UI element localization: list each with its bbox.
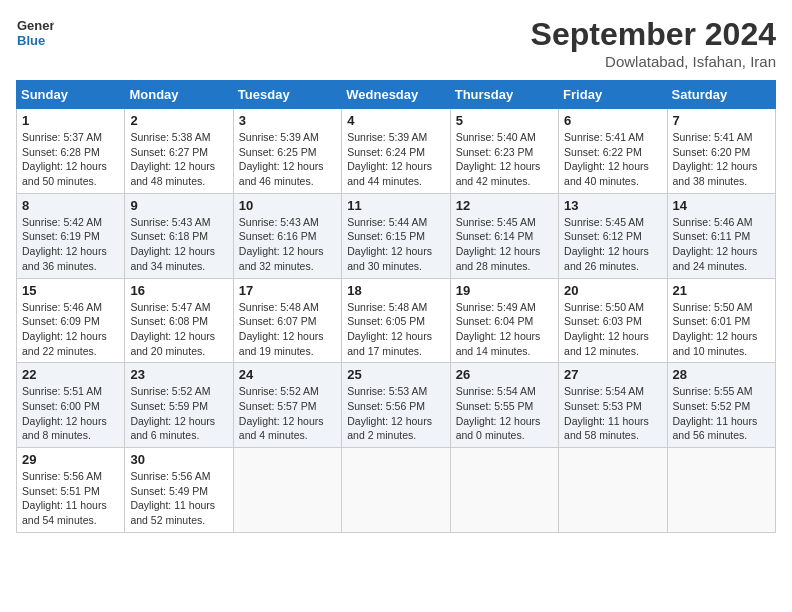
day-number: 19: [456, 283, 553, 298]
day-number: 12: [456, 198, 553, 213]
logo: General Blue: [16, 16, 60, 54]
day-number: 5: [456, 113, 553, 128]
day-info: Sunrise: 5:41 AM Sunset: 6:20 PM Dayligh…: [673, 130, 770, 189]
calendar-table: SundayMondayTuesdayWednesdayThursdayFrid…: [16, 80, 776, 533]
svg-text:General: General: [17, 18, 54, 33]
day-info: Sunrise: 5:44 AM Sunset: 6:15 PM Dayligh…: [347, 215, 444, 274]
day-number: 28: [673, 367, 770, 382]
calendar-cell: 12Sunrise: 5:45 AM Sunset: 6:14 PM Dayli…: [450, 193, 558, 278]
day-number: 10: [239, 198, 336, 213]
calendar-cell: 2Sunrise: 5:38 AM Sunset: 6:27 PM Daylig…: [125, 109, 233, 194]
calendar-cell: 25Sunrise: 5:53 AM Sunset: 5:56 PM Dayli…: [342, 363, 450, 448]
week-row-5: 29Sunrise: 5:56 AM Sunset: 5:51 PM Dayli…: [17, 448, 776, 533]
day-number: 30: [130, 452, 227, 467]
calendar-cell: 5Sunrise: 5:40 AM Sunset: 6:23 PM Daylig…: [450, 109, 558, 194]
day-number: 15: [22, 283, 119, 298]
day-info: Sunrise: 5:43 AM Sunset: 6:18 PM Dayligh…: [130, 215, 227, 274]
logo: General Blue: [16, 16, 60, 54]
calendar-cell: [342, 448, 450, 533]
day-info: Sunrise: 5:37 AM Sunset: 6:28 PM Dayligh…: [22, 130, 119, 189]
calendar-cell: 10Sunrise: 5:43 AM Sunset: 6:16 PM Dayli…: [233, 193, 341, 278]
day-info: Sunrise: 5:39 AM Sunset: 6:24 PM Dayligh…: [347, 130, 444, 189]
calendar-cell: 6Sunrise: 5:41 AM Sunset: 6:22 PM Daylig…: [559, 109, 667, 194]
day-number: 1: [22, 113, 119, 128]
day-info: Sunrise: 5:50 AM Sunset: 6:01 PM Dayligh…: [673, 300, 770, 359]
day-number: 7: [673, 113, 770, 128]
day-info: Sunrise: 5:55 AM Sunset: 5:52 PM Dayligh…: [673, 384, 770, 443]
day-info: Sunrise: 5:40 AM Sunset: 6:23 PM Dayligh…: [456, 130, 553, 189]
weekday-header-friday: Friday: [559, 81, 667, 109]
calendar-cell: 9Sunrise: 5:43 AM Sunset: 6:18 PM Daylig…: [125, 193, 233, 278]
svg-text:Blue: Blue: [17, 33, 45, 48]
week-row-3: 15Sunrise: 5:46 AM Sunset: 6:09 PM Dayli…: [17, 278, 776, 363]
day-number: 13: [564, 198, 661, 213]
weekday-header-saturday: Saturday: [667, 81, 775, 109]
calendar-cell: [450, 448, 558, 533]
day-number: 2: [130, 113, 227, 128]
day-number: 9: [130, 198, 227, 213]
day-info: Sunrise: 5:51 AM Sunset: 6:00 PM Dayligh…: [22, 384, 119, 443]
logo-graphic-icon: General Blue: [16, 16, 54, 50]
day-number: 25: [347, 367, 444, 382]
calendar-cell: 24Sunrise: 5:52 AM Sunset: 5:57 PM Dayli…: [233, 363, 341, 448]
calendar-cell: 15Sunrise: 5:46 AM Sunset: 6:09 PM Dayli…: [17, 278, 125, 363]
day-info: Sunrise: 5:48 AM Sunset: 6:07 PM Dayligh…: [239, 300, 336, 359]
calendar-cell: 22Sunrise: 5:51 AM Sunset: 6:00 PM Dayli…: [17, 363, 125, 448]
day-info: Sunrise: 5:46 AM Sunset: 6:09 PM Dayligh…: [22, 300, 119, 359]
week-row-4: 22Sunrise: 5:51 AM Sunset: 6:00 PM Dayli…: [17, 363, 776, 448]
calendar-cell: 13Sunrise: 5:45 AM Sunset: 6:12 PM Dayli…: [559, 193, 667, 278]
day-info: Sunrise: 5:41 AM Sunset: 6:22 PM Dayligh…: [564, 130, 661, 189]
calendar-cell: 19Sunrise: 5:49 AM Sunset: 6:04 PM Dayli…: [450, 278, 558, 363]
calendar-cell: 16Sunrise: 5:47 AM Sunset: 6:08 PM Dayli…: [125, 278, 233, 363]
day-number: 24: [239, 367, 336, 382]
calendar-cell: 7Sunrise: 5:41 AM Sunset: 6:20 PM Daylig…: [667, 109, 775, 194]
day-number: 27: [564, 367, 661, 382]
day-info: Sunrise: 5:47 AM Sunset: 6:08 PM Dayligh…: [130, 300, 227, 359]
day-number: 8: [22, 198, 119, 213]
day-info: Sunrise: 5:54 AM Sunset: 5:53 PM Dayligh…: [564, 384, 661, 443]
month-title: September 2024: [531, 16, 776, 53]
day-number: 11: [347, 198, 444, 213]
day-number: 6: [564, 113, 661, 128]
weekday-header-sunday: Sunday: [17, 81, 125, 109]
calendar-cell: 28Sunrise: 5:55 AM Sunset: 5:52 PM Dayli…: [667, 363, 775, 448]
day-number: 22: [22, 367, 119, 382]
day-info: Sunrise: 5:45 AM Sunset: 6:14 PM Dayligh…: [456, 215, 553, 274]
calendar-cell: 8Sunrise: 5:42 AM Sunset: 6:19 PM Daylig…: [17, 193, 125, 278]
day-info: Sunrise: 5:52 AM Sunset: 5:57 PM Dayligh…: [239, 384, 336, 443]
weekday-header-row: SundayMondayTuesdayWednesdayThursdayFrid…: [17, 81, 776, 109]
calendar-cell: 23Sunrise: 5:52 AM Sunset: 5:59 PM Dayli…: [125, 363, 233, 448]
weekday-header-thursday: Thursday: [450, 81, 558, 109]
calendar-cell: 29Sunrise: 5:56 AM Sunset: 5:51 PM Dayli…: [17, 448, 125, 533]
day-number: 17: [239, 283, 336, 298]
day-info: Sunrise: 5:50 AM Sunset: 6:03 PM Dayligh…: [564, 300, 661, 359]
title-block: September 2024 Dowlatabad, Isfahan, Iran: [531, 16, 776, 70]
day-info: Sunrise: 5:46 AM Sunset: 6:11 PM Dayligh…: [673, 215, 770, 274]
week-row-2: 8Sunrise: 5:42 AM Sunset: 6:19 PM Daylig…: [17, 193, 776, 278]
day-number: 14: [673, 198, 770, 213]
day-number: 3: [239, 113, 336, 128]
calendar-cell: 4Sunrise: 5:39 AM Sunset: 6:24 PM Daylig…: [342, 109, 450, 194]
day-info: Sunrise: 5:53 AM Sunset: 5:56 PM Dayligh…: [347, 384, 444, 443]
calendar-cell: 1Sunrise: 5:37 AM Sunset: 6:28 PM Daylig…: [17, 109, 125, 194]
week-row-1: 1Sunrise: 5:37 AM Sunset: 6:28 PM Daylig…: [17, 109, 776, 194]
calendar-cell: 20Sunrise: 5:50 AM Sunset: 6:03 PM Dayli…: [559, 278, 667, 363]
day-number: 26: [456, 367, 553, 382]
weekday-header-monday: Monday: [125, 81, 233, 109]
calendar-cell: 21Sunrise: 5:50 AM Sunset: 6:01 PM Dayli…: [667, 278, 775, 363]
day-info: Sunrise: 5:39 AM Sunset: 6:25 PM Dayligh…: [239, 130, 336, 189]
calendar-cell: 27Sunrise: 5:54 AM Sunset: 5:53 PM Dayli…: [559, 363, 667, 448]
calendar-cell: 18Sunrise: 5:48 AM Sunset: 6:05 PM Dayli…: [342, 278, 450, 363]
day-info: Sunrise: 5:52 AM Sunset: 5:59 PM Dayligh…: [130, 384, 227, 443]
day-number: 21: [673, 283, 770, 298]
weekday-header-tuesday: Tuesday: [233, 81, 341, 109]
location-title: Dowlatabad, Isfahan, Iran: [531, 53, 776, 70]
day-info: Sunrise: 5:54 AM Sunset: 5:55 PM Dayligh…: [456, 384, 553, 443]
calendar-cell: 17Sunrise: 5:48 AM Sunset: 6:07 PM Dayli…: [233, 278, 341, 363]
calendar-cell: 30Sunrise: 5:56 AM Sunset: 5:49 PM Dayli…: [125, 448, 233, 533]
calendar-cell: 11Sunrise: 5:44 AM Sunset: 6:15 PM Dayli…: [342, 193, 450, 278]
calendar-cell: [559, 448, 667, 533]
day-info: Sunrise: 5:48 AM Sunset: 6:05 PM Dayligh…: [347, 300, 444, 359]
calendar-cell: 3Sunrise: 5:39 AM Sunset: 6:25 PM Daylig…: [233, 109, 341, 194]
weekday-header-wednesday: Wednesday: [342, 81, 450, 109]
